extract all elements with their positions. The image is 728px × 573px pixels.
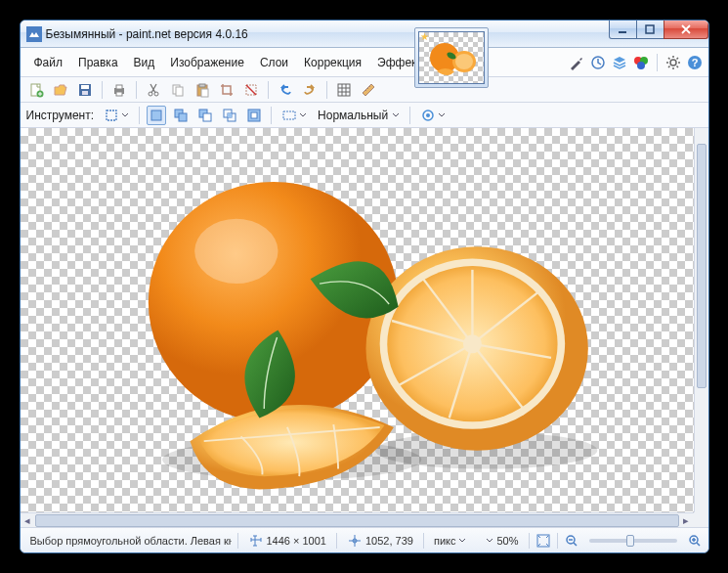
thumbnail-image bbox=[419, 32, 486, 83]
svg-point-10 bbox=[637, 62, 645, 69]
dimensions-icon bbox=[248, 533, 264, 549]
svg-rect-0 bbox=[26, 26, 42, 42]
menu-adjustments[interactable]: Коррекция bbox=[296, 52, 369, 73]
svg-point-60 bbox=[463, 334, 482, 353]
layers-icon[interactable] bbox=[612, 55, 627, 70]
svg-rect-39 bbox=[228, 113, 232, 117]
window-title: Безымянный - paint.net версия 4.0.16 bbox=[46, 27, 248, 41]
menu-edit[interactable]: Правка bbox=[70, 52, 126, 73]
svg-rect-20 bbox=[116, 85, 122, 89]
close-button[interactable] bbox=[664, 21, 708, 39]
app-icon bbox=[26, 26, 42, 42]
tool-selector[interactable] bbox=[101, 107, 132, 124]
svg-rect-1 bbox=[619, 31, 626, 33]
status-hint: Выбор прямоугольной области. Левая кнопк… bbox=[26, 535, 232, 547]
deselect-button[interactable] bbox=[241, 80, 261, 100]
menu-layers[interactable]: Слои bbox=[252, 52, 296, 73]
selection-intersect-button[interactable] bbox=[220, 106, 239, 125]
svg-rect-21 bbox=[116, 92, 122, 96]
svg-rect-36 bbox=[203, 113, 211, 121]
svg-point-23 bbox=[154, 92, 158, 96]
star-icon: ★ bbox=[420, 31, 429, 42]
status-cursor: 1052, 739 bbox=[343, 533, 417, 549]
svg-rect-41 bbox=[251, 112, 257, 118]
crop-button[interactable] bbox=[217, 80, 236, 100]
redo-button[interactable] bbox=[300, 80, 320, 100]
svg-rect-32 bbox=[151, 110, 161, 120]
selection-shape-dropdown[interactable] bbox=[278, 107, 310, 124]
selection-mode-dropdown[interactable]: Нормальный bbox=[315, 108, 403, 123]
svg-rect-25 bbox=[176, 87, 183, 96]
canvas[interactable]: ◂ ▸ bbox=[21, 128, 708, 527]
scrollbar-thumb[interactable] bbox=[697, 144, 707, 388]
minimize-button[interactable] bbox=[609, 21, 637, 39]
zoom-value: 50% bbox=[496, 535, 518, 547]
svg-rect-18 bbox=[82, 91, 88, 95]
zoom-out-icon[interactable] bbox=[564, 533, 579, 549]
zoom-slider[interactable] bbox=[589, 539, 677, 543]
chevron-down-icon bbox=[486, 537, 493, 545]
grid-button[interactable] bbox=[334, 80, 354, 100]
copy-button[interactable] bbox=[168, 80, 188, 100]
svg-rect-28 bbox=[201, 89, 208, 97]
print-button[interactable] bbox=[109, 80, 129, 100]
selection-subtract-button[interactable] bbox=[195, 106, 215, 125]
chevron-down-icon bbox=[458, 537, 466, 545]
scroll-right-button[interactable]: ▸ bbox=[679, 514, 694, 527]
canvas-area: ◂ ▸ bbox=[21, 128, 708, 527]
image-content bbox=[21, 128, 694, 512]
dimensions-value: 1446 × 1001 bbox=[267, 535, 326, 547]
cursor-value: 1052, 739 bbox=[365, 535, 413, 547]
open-button[interactable] bbox=[51, 80, 70, 100]
tool-options-bar: Инструмент: Нормальный bbox=[21, 103, 708, 128]
history-icon[interactable] bbox=[590, 55, 606, 70]
statusbar: Выбор прямоугольной области. Левая кнопк… bbox=[21, 527, 708, 552]
mode-label: Нормальный bbox=[318, 109, 390, 122]
cursor-pos-icon bbox=[347, 533, 363, 549]
selection-replace-button[interactable] bbox=[147, 106, 166, 125]
titlebar[interactable]: Безымянный - paint.net версия 4.0.16 bbox=[21, 21, 708, 48]
menubar: Файл Правка Вид Изображение Слои Коррекц… bbox=[21, 48, 708, 77]
maximize-button[interactable] bbox=[636, 21, 664, 39]
menu-file[interactable]: Файл bbox=[26, 52, 71, 73]
ruler-button[interactable] bbox=[359, 80, 378, 100]
cut-button[interactable] bbox=[144, 80, 163, 100]
app-window: Безымянный - paint.net версия 4.0.16 ★ Ф… bbox=[20, 20, 709, 553]
help-icon[interactable]: ? bbox=[687, 55, 703, 70]
menu-image[interactable]: Изображение bbox=[162, 52, 252, 73]
svg-rect-30 bbox=[338, 84, 350, 96]
fit-window-icon[interactable] bbox=[535, 533, 551, 549]
svg-point-44 bbox=[426, 113, 430, 117]
scrollbar-thumb[interactable] bbox=[35, 514, 679, 527]
vertical-scrollbar[interactable] bbox=[694, 128, 708, 512]
svg-point-48 bbox=[194, 218, 278, 283]
colors-icon[interactable] bbox=[633, 55, 649, 70]
svg-rect-17 bbox=[81, 85, 89, 89]
zoom-in-icon[interactable] bbox=[687, 533, 703, 549]
save-button[interactable] bbox=[75, 80, 95, 100]
image-thumbnail-panel[interactable]: ★ bbox=[414, 27, 489, 88]
selection-invert-button[interactable] bbox=[244, 106, 264, 125]
undo-button[interactable] bbox=[276, 80, 295, 100]
units-dropdown[interactable]: пикс bbox=[430, 535, 471, 547]
tools-icon[interactable] bbox=[569, 55, 584, 70]
chevron-down-icon bbox=[438, 111, 446, 119]
instrument-label: Инструмент: bbox=[26, 109, 97, 122]
selection-add-button[interactable] bbox=[171, 106, 191, 125]
slider-knob[interactable] bbox=[626, 535, 634, 547]
paste-button[interactable] bbox=[193, 80, 212, 100]
zoom-dropdown[interactable]: 50% bbox=[482, 535, 522, 547]
settings-icon[interactable] bbox=[665, 55, 681, 70]
main-toolbar bbox=[21, 77, 708, 103]
new-button[interactable] bbox=[26, 80, 46, 100]
units-label: пикс bbox=[434, 535, 456, 547]
chevron-down-icon bbox=[392, 111, 400, 119]
svg-rect-34 bbox=[179, 113, 187, 121]
scroll-left-button[interactable]: ◂ bbox=[21, 514, 35, 527]
flood-mode-dropdown[interactable] bbox=[417, 107, 449, 124]
scroll-corner bbox=[694, 512, 708, 527]
chevron-down-icon bbox=[121, 111, 129, 119]
horizontal-scrollbar[interactable]: ◂ ▸ bbox=[21, 512, 694, 527]
menu-view[interactable]: Вид bbox=[126, 52, 163, 73]
svg-point-5 bbox=[455, 54, 473, 69]
